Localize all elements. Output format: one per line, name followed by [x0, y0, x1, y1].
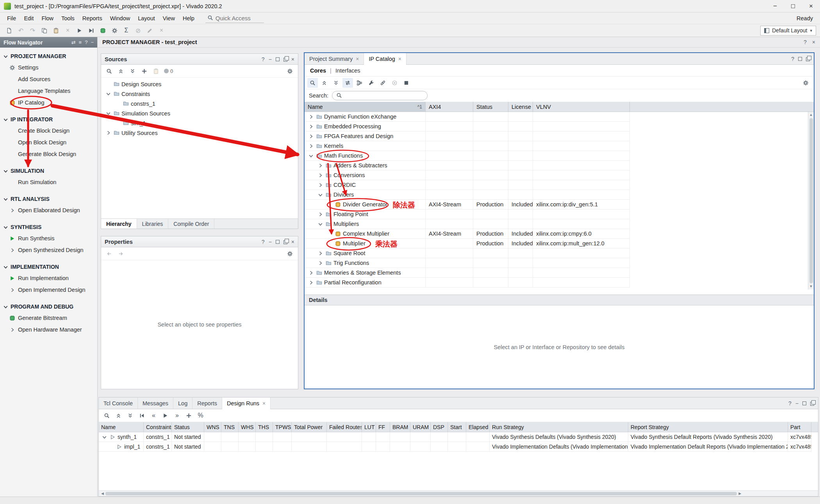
tab-libraries[interactable]: Libraries — [137, 219, 169, 229]
catalog-search-input[interactable] — [345, 92, 424, 99]
close-icon[interactable]: × — [812, 39, 815, 45]
close-tab-icon[interactable]: × — [262, 400, 266, 406]
column-header-constraints[interactable]: Constraints — [144, 422, 172, 432]
float-icon[interactable] — [283, 239, 287, 244]
flow-section-header-synthesis[interactable]: SYNTHESIS — [0, 222, 97, 232]
tab-log[interactable]: Log — [173, 398, 193, 409]
column-header-bram[interactable]: BRAM — [390, 422, 410, 432]
catalog-row-divider-generator[interactable]: Divider GeneratorAXI4-StreamProductionIn… — [305, 200, 814, 209]
save-button[interactable] — [4, 26, 14, 35]
flow-section-header-simulation[interactable]: SIMULATION — [0, 165, 97, 176]
catalog-row-trig-functions[interactable]: Trig Functions — [305, 258, 814, 268]
menu-help[interactable]: Help — [179, 14, 198, 23]
maximize-icon[interactable] — [798, 57, 802, 61]
minimize-icon[interactable]: − — [795, 401, 799, 406]
scroll-up-icon[interactable]: ▲ — [809, 112, 813, 118]
gear-button[interactable] — [285, 66, 295, 76]
sidebar-item-settings[interactable]: Settings — [0, 62, 97, 73]
column-header-ff[interactable]: FF — [376, 422, 390, 432]
horizontal-scrollbar[interactable]: ◀ ▶ — [99, 490, 818, 496]
catalog-search-box[interactable] — [332, 91, 428, 100]
tab-ip-catalog[interactable]: IP Catalog× — [364, 53, 406, 64]
tab-tcl-console[interactable]: Tcl Console — [99, 398, 138, 409]
scroll-left-icon[interactable]: ◀ — [100, 492, 105, 495]
sidebar-item-run-implementation[interactable]: Run Implementation — [0, 272, 97, 284]
column-header-total-power[interactable]: Total Power — [292, 422, 327, 432]
catalog-row-partial-reconfiguration[interactable]: Partial Reconfiguration — [305, 278, 814, 287]
report-button[interactable]: Σ — [121, 26, 132, 35]
details-view-button[interactable] — [401, 78, 412, 88]
tab-design-runs[interactable]: Design Runs× — [222, 398, 271, 409]
scroll-right-icon[interactable]: ▶ — [737, 492, 743, 495]
sidebar-item-open-elaborated-design[interactable]: Open Elaborated Design — [0, 204, 97, 216]
sidebar-item-create-block-design[interactable]: Create Block Design — [0, 125, 97, 137]
expand-all-button[interactable] — [127, 66, 138, 76]
catalog-row-complex-multiplier[interactable]: Complex MultiplierAXI4-StreamProductionI… — [305, 229, 814, 239]
catalog-row-embedded-processing[interactable]: Embedded Processing — [305, 122, 814, 131]
column-header-lut[interactable]: LUT — [362, 422, 376, 432]
collapse-all-button[interactable] — [116, 66, 126, 76]
column-header-tpws[interactable]: TPWS — [273, 422, 292, 432]
catalog-row-dividers[interactable]: Dividers — [305, 190, 814, 200]
design-run-row-synth-1[interactable]: synth_1constrs_1Not startedVivado Synthe… — [99, 432, 818, 442]
maximize-icon[interactable] — [276, 57, 280, 61]
catalog-row-multipliers[interactable]: Multipliers — [305, 219, 814, 229]
column-header-name[interactable]: Name — [99, 422, 144, 432]
sidebar-item-open-synthesized-design[interactable]: Open Synthesized Design — [0, 244, 97, 256]
tab-reports[interactable]: Reports — [193, 398, 222, 409]
go-first-button[interactable] — [137, 411, 147, 421]
add-repository-button[interactable] — [389, 78, 400, 88]
help-icon[interactable]: ? — [262, 57, 265, 62]
percent-button[interactable]: % — [195, 411, 206, 421]
play-button[interactable] — [160, 411, 171, 421]
close-icon[interactable]: × — [291, 239, 294, 245]
catalog-row-conversions[interactable]: Conversions — [305, 170, 814, 180]
catalog-row-floating-point[interactable]: Floating Point — [305, 209, 814, 219]
column-header-axi4[interactable]: AXI4 — [426, 102, 473, 112]
catalog-row-math-functions[interactable]: Math Functions — [305, 151, 814, 161]
program-device-button[interactable] — [98, 26, 108, 35]
redo-button[interactable]: ↷ — [27, 26, 38, 35]
menu-flow[interactable]: Flow — [37, 14, 57, 23]
cancel-button[interactable]: ⊘ — [133, 26, 143, 35]
help-icon[interactable]: ? — [262, 239, 265, 245]
column-header-report-strategy[interactable]: Report Strategy — [628, 422, 788, 432]
forward-button[interactable] — [116, 249, 126, 259]
flow-section-header-implementation[interactable]: IMPLEMENTATION — [0, 261, 97, 272]
link-button[interactable] — [378, 78, 388, 88]
column-header-vlnv[interactable]: VLNV — [533, 102, 630, 112]
column-header-tns[interactable]: TNS — [221, 422, 239, 432]
source-item-simulation-sources[interactable]: Simulation Sources — [101, 108, 298, 118]
column-header-part[interactable]: Part — [788, 422, 811, 432]
add-button[interactable] — [184, 411, 194, 421]
collapse-all-button[interactable] — [319, 78, 330, 88]
help-icon[interactable]: ? — [804, 39, 807, 45]
maximize-button[interactable] — [784, 0, 802, 12]
catalog-row-multiplier[interactable]: MultiplierProductionIncludedxilinx.com:i… — [305, 239, 814, 248]
menu-reports[interactable]: Reports — [78, 14, 106, 23]
close-icon[interactable]: × — [291, 57, 294, 62]
catalog-row-memories-storage-elements[interactable]: Memories & Storage Elements — [305, 268, 814, 278]
sidebar-item-language-templates[interactable]: Language Templates — [0, 85, 97, 97]
flow-section-header-program-and-debug[interactable]: PROGRAM AND DEBUG — [0, 301, 97, 312]
column-header-failed-routes[interactable]: Failed Routes — [327, 422, 362, 432]
source-item-constraints[interactable]: Constraints — [101, 89, 298, 99]
minimize-icon[interactable]: − — [269, 57, 272, 62]
flow-section-header-ip-integrator[interactable]: IP INTEGRATOR — [0, 114, 97, 125]
menu-window[interactable]: Window — [106, 14, 134, 23]
column-header-name[interactable]: Name^1 — [305, 102, 426, 112]
view-interfaces[interactable]: Interfaces — [335, 67, 360, 74]
close-tab-icon[interactable]: × — [356, 56, 359, 62]
help-icon[interactable]: ? — [791, 56, 794, 62]
back-button[interactable] — [104, 249, 114, 259]
source-item-sim-1[interactable]: sim_1 — [101, 118, 298, 128]
quick-access-input[interactable] — [216, 15, 262, 21]
menu-tools[interactable]: Tools — [57, 14, 78, 23]
sidebar-item-generate-block-design[interactable]: Generate Block Design — [0, 148, 97, 160]
copy-button[interactable] — [39, 26, 50, 35]
layout-selector[interactable]: Default Layout ▾ — [760, 26, 816, 35]
column-header-license[interactable]: License — [508, 102, 533, 112]
scroll-down-icon[interactable]: ▼ — [809, 284, 813, 289]
menu-view[interactable]: View — [159, 14, 179, 23]
catalog-row-cordic[interactable]: CORDIC — [305, 180, 814, 190]
